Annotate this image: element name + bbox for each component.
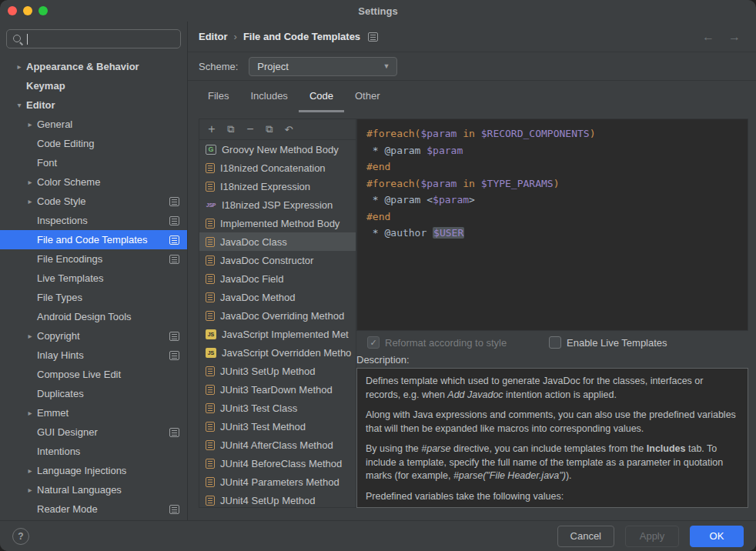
sidebar-item-natural-languages[interactable]: ▸Natural Languages <box>0 480 187 499</box>
template-item-junit4-afterclass-method[interactable]: JUnit4 AfterClass Method <box>199 436 356 454</box>
template-item-label: JavaDoc Field <box>220 273 283 285</box>
sidebar-item-editor[interactable]: ▾Editor <box>0 95 187 115</box>
template-item-i18nized-concatenation[interactable]: I18nized Concatenation <box>199 159 356 177</box>
description-box[interactable]: Defines template which used to generate … <box>356 368 748 508</box>
create-child-template-button[interactable]: ⧉ <box>222 121 239 138</box>
add-template-button[interactable]: + <box>203 121 220 138</box>
back-button[interactable]: ← <box>702 30 714 44</box>
template-item-javadoc-overriding-method[interactable]: JavaDoc Overriding Method <box>199 306 356 325</box>
chevron-right-icon[interactable]: ▸ <box>23 120 37 129</box>
zoom-button[interactable] <box>38 6 48 15</box>
template-item-label: JavaDoc Overriding Method <box>220 310 344 322</box>
tab-files[interactable]: Files <box>197 81 239 112</box>
sidebar-item-file-types[interactable]: File Types <box>0 288 187 307</box>
jsp-file-icon: JSP <box>206 200 216 210</box>
settings-sidebar: ▸Appearance & BehaviorKeymap▾Editor▸Gene… <box>0 22 188 520</box>
sidebar-item-android-design-tools[interactable]: Android Design Tools <box>0 307 187 326</box>
live-templates-option: Enable Live Templates <box>549 331 667 354</box>
chevron-right-icon[interactable]: ▸ <box>12 62 26 71</box>
sidebar-item-gui-designer[interactable]: GUI Designer <box>0 422 187 442</box>
text-caret <box>27 34 28 45</box>
close-button[interactable] <box>8 6 17 15</box>
template-item-javascript-implemented-met[interactable]: JSJavaScript Implemented Met <box>199 325 356 343</box>
template-item-i18nized-expression[interactable]: I18nized Expression <box>199 177 356 195</box>
scheme-select[interactable]: Project ▼ <box>249 57 397 76</box>
template-item-label: I18nized JSP Expression <box>222 199 333 211</box>
sidebar-item-intentions[interactable]: Intentions <box>0 442 187 461</box>
file-template-icon <box>206 163 215 173</box>
template-item-junit3-test-method[interactable]: JUnit3 Test Method <box>199 417 356 436</box>
in-editor-help-icon[interactable] <box>368 32 378 42</box>
chevron-right-icon[interactable]: ▸ <box>23 409 37 417</box>
template-item-javadoc-field[interactable]: JavaDoc Field <box>199 269 356 288</box>
sidebar-item-file-encodings[interactable]: File Encodings <box>0 249 187 269</box>
search-input[interactable] <box>6 29 181 48</box>
chevron-right-icon[interactable]: ▸ <box>23 466 37 475</box>
minimize-button[interactable] <box>23 6 32 15</box>
template-item-junit4-setup-method[interactable]: JUnit4 SetUp Method <box>199 491 356 507</box>
template-item-junit4-beforeclass-method[interactable]: JUnit4 BeforeClass Method <box>199 454 356 473</box>
file-template-icon <box>206 274 215 284</box>
template-item-javadoc-class[interactable]: JavaDoc Class <box>199 232 356 251</box>
sidebar-item-inlay-hints[interactable]: Inlay Hints <box>0 346 187 365</box>
in-editor-help-icon <box>169 505 179 514</box>
reset-template-button[interactable]: ↶ <box>280 121 297 138</box>
remove-template-button[interactable]: − <box>242 121 259 138</box>
sidebar-item-code-style[interactable]: ▸Code Style <box>0 192 187 211</box>
chevron-right-icon[interactable]: ▸ <box>23 178 37 186</box>
sidebar-item-font[interactable]: Font <box>0 153 187 172</box>
chevron-right-icon[interactable]: ▸ <box>23 332 37 340</box>
template-item-javadoc-method[interactable]: JavaDoc Method <box>199 288 356 306</box>
chevron-down-icon[interactable]: ▾ <box>12 101 26 109</box>
template-editor[interactable]: #foreach($param in $RECORD_COMPONENTS) *… <box>356 119 748 331</box>
sidebar-item-label: Inlay Hints <box>37 349 84 361</box>
template-item-implemented-method-body[interactable]: Implemented Method Body <box>199 214 356 232</box>
sidebar-item-label: Appearance & Behavior <box>26 61 139 72</box>
cancel-button[interactable]: Cancel <box>557 526 614 547</box>
help-button[interactable]: ? <box>12 528 29 545</box>
ok-button[interactable]: OK <box>690 526 744 547</box>
tab-includes[interactable]: Includes <box>239 81 298 112</box>
template-item-junit3-setup-method[interactable]: JUnit3 SetUp Method <box>199 362 356 380</box>
template-item-i18nized-jsp-expression[interactable]: JSPI18nized JSP Expression <box>199 195 356 214</box>
sidebar-item-label: Live Templates <box>37 272 103 284</box>
template-item-junit4-parameters-method[interactable]: JUnit4 Parameters Method <box>199 473 356 491</box>
breadcrumb-editor[interactable]: Editor <box>199 31 228 42</box>
sidebar-item-keymap[interactable]: Keymap <box>0 76 187 95</box>
sidebar-item-copyright[interactable]: ▸Copyright <box>0 326 187 346</box>
dialog-footer: ? Cancel Apply OK <box>0 520 756 551</box>
sidebar-item-reader-mode[interactable]: Reader Mode <box>0 499 187 519</box>
sidebar-item-inspections[interactable]: Inspections <box>0 211 187 230</box>
in-editor-help-icon <box>169 235 179 245</box>
settings-window: Settings ▸Appearance & BehaviorKeymap▾Ed… <box>0 0 756 551</box>
sidebar-item-emmet[interactable]: ▸Emmet <box>0 403 187 422</box>
sidebar-item-color-scheme[interactable]: ▸Color Scheme <box>0 172 187 192</box>
sidebar-item-language-injections[interactable]: ▸Language Injections <box>0 461 187 480</box>
template-item-javadoc-constructor[interactable]: JavaDoc Constructor <box>199 251 356 269</box>
sidebar-item-compose-live-edit[interactable]: Compose Live Edit <box>0 365 187 384</box>
sidebar-item-code-editing[interactable]: Code Editing <box>0 134 187 153</box>
enable-live-templates-checkbox[interactable] <box>549 336 561 349</box>
sidebar-item-file-and-code-templates[interactable]: File and Code Templates <box>0 230 187 249</box>
template-item-label: JavaDoc Constructor <box>220 255 313 266</box>
sidebar-item-live-templates[interactable]: Live Templates <box>0 269 187 288</box>
template-item-javascript-overridden-metho[interactable]: JSJavaScript Overridden Metho <box>199 343 356 362</box>
copy-template-button[interactable]: ⧉ <box>261 121 278 138</box>
sidebar-item-appearance-behavior[interactable]: ▸Appearance & Behavior <box>0 57 187 76</box>
sidebar-item-label: General <box>37 119 72 130</box>
file-template-icon <box>206 403 215 413</box>
template-item-label: JUnit4 Parameters Method <box>220 476 340 488</box>
breadcrumb-file-and-code-templates: File and Code Templates <box>243 31 360 42</box>
tab-code[interactable]: Code <box>299 81 344 112</box>
chevron-right-icon[interactable]: ▸ <box>23 197 37 205</box>
sidebar-item-duplicates[interactable]: Duplicates <box>0 384 187 403</box>
forward-button[interactable]: → <box>728 30 741 44</box>
code-line: #foreach($param in $RECORD_COMPONENTS) <box>366 125 748 142</box>
template-item-groovy-new-method-body[interactable]: GGroovy New Method Body <box>199 140 356 159</box>
sidebar-item-general[interactable]: ▸General <box>0 115 187 134</box>
file-template-icon <box>206 440 215 450</box>
tab-other[interactable]: Other <box>344 81 391 112</box>
template-item-junit3-teardown-method[interactable]: JUnit3 TearDown Method <box>199 380 356 399</box>
chevron-right-icon[interactable]: ▸ <box>23 486 37 494</box>
template-item-junit3-test-class[interactable]: JUnit3 Test Class <box>199 399 356 417</box>
